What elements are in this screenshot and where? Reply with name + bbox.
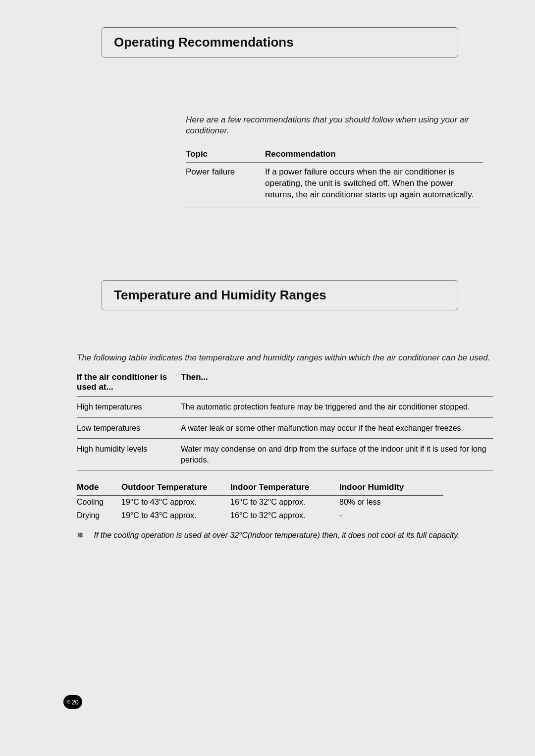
document-page: Operating Recommendations Here are a few… [0, 0, 535, 756]
rec-topic: Power failure [186, 167, 265, 201]
cond-header-then: Then... [181, 372, 493, 392]
rec-text: If a power failure occurs when the air c… [265, 167, 483, 201]
mode-outdoor: 19°C to 43°C approx. [121, 511, 230, 521]
rec-header-topic: Topic [186, 149, 265, 159]
mode-outdoor: 19°C to 43°C approx. [121, 497, 230, 508]
mode-indoor: 16°C to 32°C approx. [230, 497, 339, 508]
table-row: Cooling 19°C to 43°C approx. 16°C to 32°… [77, 496, 443, 509]
cond-header-condition: If the air conditioner is used at... [77, 372, 181, 392]
page-number: 20 [72, 698, 78, 706]
table-row: Drying 19°C to 43°C approx. 16°C to 32°C… [77, 509, 443, 523]
mode-table: Mode Outdoor Temperature Indoor Temperat… [77, 481, 443, 523]
mode-name: Cooling [77, 497, 121, 508]
cond-condition: High temperatures [77, 402, 181, 412]
snowflake-icon: ❄ [77, 530, 92, 541]
mode-humidity: - [339, 511, 424, 521]
page-number-prefix: E- [67, 699, 71, 704]
section2-title-box: Temperature and Humidity Ranges [102, 280, 458, 310]
cond-condition: High humidity levels [77, 444, 181, 465]
section1-title-box: Operating Recommendations [102, 27, 458, 58]
footnote-text: If the cooling operation is used at over… [94, 531, 459, 539]
mode-header-mode: Mode [77, 482, 121, 492]
content-area: Operating Recommendations Here are a few… [57, 27, 493, 541]
recommendations-table: Here are a few recommendations that you … [186, 115, 483, 208]
section1-title: Operating Recommendations [114, 35, 446, 50]
conditions-table: If the air conditioner is used at... The… [77, 370, 493, 470]
cond-table-header: If the air conditioner is used at... The… [77, 370, 493, 397]
cond-then: The automatic protection feature may be … [181, 402, 493, 412]
page-number-badge: E-20 [63, 695, 82, 709]
cond-condition: Low temperatures [77, 423, 181, 434]
mode-humidity: 80% or less [339, 497, 424, 508]
table-row: Power failure If a power failure occurs … [186, 163, 483, 208]
mode-table-header: Mode Outdoor Temperature Indoor Temperat… [77, 481, 443, 496]
cond-then: Water may condense on and drip from the … [181, 444, 493, 465]
mode-header-humidity: Indoor Humidity [339, 482, 424, 492]
table-row: Low temperatures A water leak or some ot… [77, 418, 493, 439]
cond-then: A water leak or some other malfunction m… [181, 423, 493, 434]
rec-header-recommendation: Recommendation [265, 149, 483, 159]
footnote: ❄ If the cooling operation is used at ov… [77, 530, 493, 541]
mode-header-outdoor: Outdoor Temperature [121, 482, 230, 492]
section2-intro: The following table indicates the temper… [77, 352, 493, 363]
table-row: High temperatures The automatic protecti… [77, 397, 493, 418]
mode-header-indoor: Indoor Temperature [230, 482, 339, 492]
table-row: High humidity levels Water may condense … [77, 439, 493, 470]
section1-intro: Here are a few recommendations that you … [186, 115, 483, 136]
mode-name: Drying [77, 511, 121, 521]
mode-indoor: 16°C to 32°C approx. [230, 511, 339, 521]
rec-table-header: Topic Recommendation [186, 146, 483, 163]
section2-title: Temperature and Humidity Ranges [114, 288, 446, 303]
